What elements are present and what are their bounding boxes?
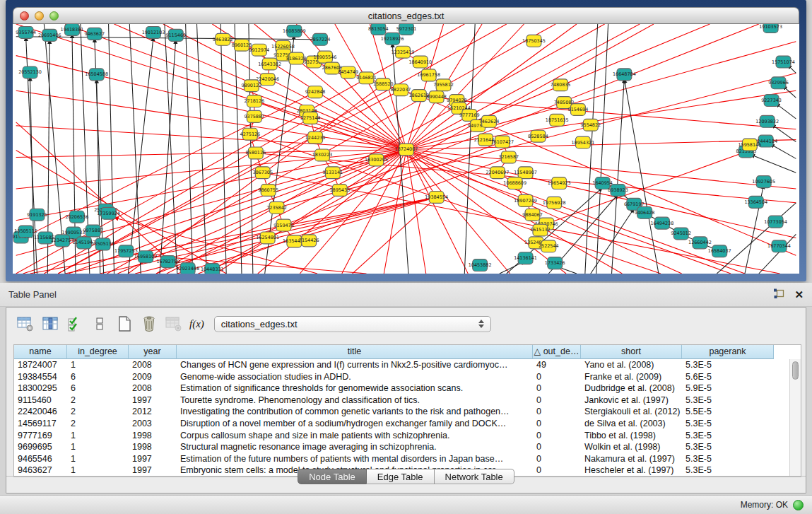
- table-header-row[interactable]: namein_degreeyeartitle△ out_de…shortpage…: [14, 345, 801, 359]
- graph-node-9154694[interactable]: 9154694: [568, 104, 589, 116]
- graph-edge[interactable]: [198, 157, 508, 274]
- graph-node-9191325[interactable]: 9191325: [27, 209, 47, 221]
- graph-node-9227343[interactable]: 9227343: [761, 95, 782, 107]
- graph-node-16648784[interactable]: 16648784: [613, 69, 636, 81]
- column-header-out_de[interactable]: △ out_de…: [533, 345, 581, 359]
- graph-edge[interactable]: [406, 149, 468, 274]
- table-row[interactable]: 1872400712008Changes of HCN gene express…: [14, 359, 789, 371]
- table-row[interactable]: 977716911998Corpus callosum shape and si…: [14, 430, 789, 442]
- graph-node-13364504[interactable]: 13364504: [744, 196, 767, 208]
- graph-node-18751635[interactable]: 18751635: [546, 114, 569, 126]
- graph-edge[interactable]: [156, 142, 502, 274]
- graph-node-7462624[interactable]: 7462624: [479, 115, 500, 127]
- graph-node-9406428[interactable]: 9406428: [635, 206, 655, 218]
- graph-node-10773054[interactable]: 10773054: [764, 216, 787, 228]
- graph-node-20552130[interactable]: 20552130: [18, 66, 42, 78]
- tab-network-table[interactable]: Network Table: [435, 469, 514, 484]
- graph-edge[interactable]: [464, 24, 475, 274]
- graph-node-16504588[interactable]: 16504588: [85, 69, 108, 81]
- graph-node-7480835[interactable]: 7480835: [551, 79, 571, 91]
- graph-edge[interactable]: [612, 78, 625, 274]
- graph-node-1830223[interactable]: 1830223: [312, 149, 333, 161]
- graph-edge[interactable]: [160, 40, 176, 274]
- function-builder-icon[interactable]: f(x): [189, 318, 204, 330]
- graph-node-8822037[interactable]: 8822037: [391, 84, 411, 96]
- tab-node-table[interactable]: Node Table: [298, 469, 367, 484]
- graph-node-7857224[interactable]: 7857224: [310, 33, 331, 45]
- table-row[interactable]: 911546021997Tourette syndrome. Phenomeno…: [14, 395, 789, 407]
- graph-node-8454749[interactable]: 8454749: [338, 66, 358, 78]
- float-panel-icon[interactable]: [773, 288, 784, 302]
- graph-node-4275126[interactable]: 4275126: [240, 128, 261, 140]
- graph-node-15751074[interactable]: 15751074: [772, 56, 795, 68]
- graph-edge[interactable]: [30, 76, 35, 274]
- graph-node-9554822[interactable]: 9554822: [580, 119, 601, 131]
- graph-node-19012103[interactable]: 19012103: [142, 26, 165, 38]
- network-window-titlebar[interactable]: citations_edges.txt: [13, 7, 799, 24]
- column-header-name[interactable]: name: [14, 345, 67, 359]
- graph-node-7154426[interactable]: 7154426: [299, 235, 319, 247]
- graph-node-8528584[interactable]: 8528584: [528, 130, 548, 142]
- table-row[interactable]: 2242004622012Investigating the contribut…: [14, 406, 789, 418]
- graph-node-20206536[interactable]: 20206536: [66, 211, 89, 223]
- graph-node-9115460[interactable]: 9115460: [165, 29, 186, 41]
- citation-network-graph[interactable]: 9355744206914061941838194636271901210391…: [13, 24, 799, 274]
- graph-node-12093832[interactable]: 12093832: [755, 115, 779, 127]
- graph-edge[interactable]: [776, 103, 796, 119]
- network-canvas[interactable]: 9355744206914061941838194636271901210391…: [13, 24, 799, 274]
- graph-edge[interactable]: [406, 24, 524, 149]
- graph-node-9890123[interactable]: 9890123: [242, 80, 262, 92]
- graph-node-9860755[interactable]: 9860755: [258, 185, 278, 197]
- column-header-in_degree[interactable]: in_degree: [67, 345, 129, 359]
- graph-node-18954321[interactable]: 18954321: [571, 136, 594, 148]
- table-row[interactable]: 1938455462009Genome-wide association stu…: [14, 371, 789, 383]
- graph-node-8813054[interactable]: 8813054: [368, 24, 389, 35]
- table-select-dropdown[interactable]: citations_edges.txt: [214, 316, 491, 332]
- graph-node-16770344[interactable]: 16770344: [767, 240, 791, 252]
- graph-edge[interactable]: [16, 149, 406, 157]
- graph-node-9159475[interactable]: 9159475: [273, 219, 294, 231]
- vertical-scrollbar[interactable]: [789, 359, 801, 477]
- graph-node-9329966[interactable]: 9329966: [768, 77, 789, 89]
- scrollbar-thumb[interactable]: [792, 361, 799, 380]
- graph-node-1733426[interactable]: 1733426: [545, 257, 565, 269]
- graph-node-2522544[interactable]: 2522544: [539, 240, 559, 252]
- graph-node-2718126[interactable]: 2718126: [244, 95, 264, 107]
- graph-edge[interactable]: [406, 149, 796, 238]
- graph-node-9242848[interactable]: 9242848: [305, 86, 326, 98]
- graph-node-1895433[interactable]: 1895433: [329, 185, 350, 197]
- graph-node-9463627[interactable]: 9463627: [84, 28, 105, 40]
- table-settings-icon[interactable]: [16, 315, 35, 333]
- graph-edge[interactable]: [16, 90, 406, 149]
- table-row[interactable]: 1456911722003Disruption of a novel membe…: [14, 418, 789, 430]
- graph-edge[interactable]: [406, 42, 796, 150]
- column-header-year[interactable]: year: [129, 345, 177, 359]
- graph-edge[interactable]: [392, 43, 408, 274]
- graph-node-16961758[interactable]: 16961758: [417, 69, 440, 81]
- graph-node-1615132[interactable]: 1615132: [530, 224, 551, 236]
- graph-node-9245012[interactable]: 9245012: [671, 228, 691, 240]
- graph-node-9133141[interactable]: 9133141: [323, 167, 343, 179]
- graph-node-1275144[interactable]: 1275144: [300, 112, 321, 124]
- graph-node-16584037[interactable]: 16584037: [708, 245, 731, 257]
- show-columns-icon[interactable]: [41, 315, 59, 333]
- graph-node-3216587[interactable]: 3216587: [498, 151, 519, 163]
- table-row[interactable]: 969969511998Structural magnetic resonanc…: [14, 441, 789, 453]
- graph-edge[interactable]: [186, 24, 193, 274]
- graph-node-9912974[interactable]: 9912974: [249, 44, 269, 56]
- graph-node-9463822[interactable]: 9463822: [213, 33, 233, 45]
- graph-node-14136141[interactable]: 14136141: [514, 252, 537, 264]
- graph-node-3067305[interactable]: 3067305: [252, 167, 273, 179]
- column-header-pagerank[interactable]: pagerank: [682, 345, 774, 359]
- new-table-icon[interactable]: [115, 315, 134, 333]
- graph-node-16083809[interactable]: 16083809: [283, 25, 306, 37]
- graph-edge[interactable]: [300, 149, 406, 274]
- graph-node-9975887[interactable]: 9975887: [83, 225, 103, 237]
- graph-edge[interactable]: [770, 144, 796, 159]
- graph-node-18750345[interactable]: 18750345: [522, 35, 546, 47]
- select-columns-icon[interactable]: [66, 315, 84, 333]
- graph-node-7235842[interactable]: 7235842: [266, 201, 287, 214]
- tab-edge-table[interactable]: Edge Table: [367, 469, 435, 484]
- graph-edge[interactable]: [457, 100, 796, 129]
- graph-node-19103573[interactable]: 19103573: [759, 24, 782, 33]
